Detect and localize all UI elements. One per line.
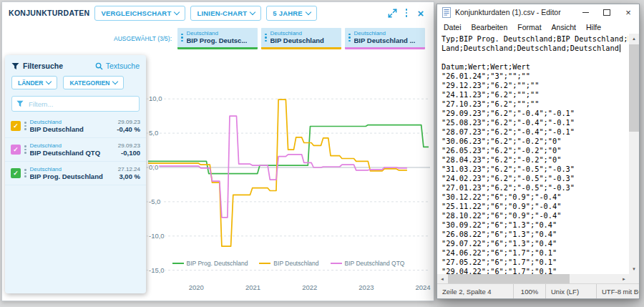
- line-chart: 10,05,00,0-5,0-10,0-15,02020202120222023…: [145, 54, 431, 298]
- notepad-window: Konjunkturdaten (1).csv - Editor × Datei…: [436, 4, 640, 299]
- editor-line: "27.05.22";"6";"1.7";"0.1": [441, 258, 628, 267]
- item-country-label: Deutschland: [30, 119, 114, 126]
- chart-style-dropdown[interactable]: LINIEN-CHART: [190, 6, 261, 21]
- item-country-label: Deutschland: [30, 166, 114, 173]
- series-chip-bip-deutschland[interactable]: Deutschland BIP Deutschland: [261, 28, 341, 49]
- chip-series-name: BIP Prog. Deutsc...: [187, 37, 248, 45]
- legend-item: BIP Deutschland: [259, 260, 318, 267]
- editor-line: "26.01.24";"3";"";"": [441, 72, 628, 81]
- notepad-statusbar: Zeile 2, Spalte 4 100% Unix (LF) UTF-8 m…: [437, 283, 639, 298]
- editor-line: "28.10.22";"6";"0.9";"-0.4": [441, 211, 628, 220]
- item-series-name: BIP Prog. Deutschland: [30, 172, 114, 180]
- tab-textsuche[interactable]: Textsuche: [95, 62, 140, 70]
- item-drag-handle-icon[interactable]: [24, 145, 26, 154]
- filter-input[interactable]: [27, 99, 135, 109]
- editor-line: "28.04.23";"6.2";"-0.2";"0": [441, 155, 628, 165]
- scrollbar-corner: [629, 274, 639, 284]
- item-country-label: Deutschland: [30, 142, 114, 150]
- chip-drag-handle-icon[interactable]: [265, 34, 267, 42]
- laender-dropdown[interactable]: LÄNDER: [11, 76, 57, 89]
- chart-legend: BIP Prog. Deutschland BIP Deutschland BI…: [145, 260, 431, 267]
- editor-line: "29.04.22";"6";"1.7";"0.1": [441, 267, 628, 274]
- scroll-left-icon[interactable]: ◄: [437, 274, 447, 284]
- funnel-icon: [16, 100, 24, 107]
- close-button[interactable]: ×: [618, 4, 639, 20]
- chip-drag-handle-icon[interactable]: [181, 34, 183, 42]
- menu-bearbeiten[interactable]: Bearbeiten: [467, 23, 513, 31]
- scroll-down-icon[interactable]: ▼: [629, 264, 639, 274]
- filter-panel: Filtersuche Textsuche LÄNDER KATEGORIEN: [5, 55, 146, 293]
- chip-series-name: BIP Deutschland: [270, 37, 324, 45]
- legend-label: BIP Deutschland: [273, 260, 318, 267]
- funnel-icon: [11, 62, 19, 70]
- legend-label: BIP Deutschland QTQ: [345, 260, 405, 267]
- svg-text:-5,0: -5,0: [149, 198, 160, 205]
- chip-country-label: Deutschland: [187, 30, 248, 36]
- kebab-menu-icon[interactable]: [404, 6, 409, 19]
- menu-ansicht[interactable]: Ansicht: [547, 23, 581, 31]
- svg-text:2021: 2021: [245, 283, 260, 291]
- text-caret: [620, 44, 620, 52]
- chip-country-label: Deutschland: [270, 30, 324, 36]
- maximize-button[interactable]: [596, 4, 618, 20]
- series-chip-bip-deutschland-qtq[interactable]: Deutschland BIP Deutschland ...: [345, 28, 425, 49]
- menu-datei[interactable]: Datei: [439, 23, 467, 31]
- menu-hilfe[interactable]: Hilfe: [581, 23, 606, 31]
- editor-line: "30.06.23";"6.2";"-0.2";"0": [441, 137, 628, 146]
- status-line-ending: Unix (LF): [545, 284, 596, 298]
- editor-line: Typ;BIP Prog. Deutschland;BIP Deutschlan…: [441, 34, 628, 44]
- editor-text-area[interactable]: Typ;BIP Prog. Deutschland;BIP Deutschlan…: [438, 34, 628, 274]
- scroll-up-icon[interactable]: ▲: [629, 34, 639, 44]
- chevron-down-icon: [112, 79, 118, 84]
- kategorien-dropdown[interactable]: KATEGORIEN: [63, 76, 124, 89]
- legend-item: BIP Deutschland QTQ: [331, 260, 405, 267]
- item-drag-handle-icon[interactable]: [24, 169, 26, 177]
- window-title: Konjunkturdaten (1).csv - Editor: [455, 8, 561, 16]
- series-list: Deutschland BIP Deutschland 29.09.23 -0,…: [5, 114, 146, 185]
- svg-text:2022: 2022: [302, 283, 317, 291]
- item-drag-handle-icon[interactable]: [24, 122, 26, 130]
- horizontal-scrollbar[interactable]: ◄ ►: [437, 274, 629, 284]
- vertical-scroll-thumb[interactable]: [629, 44, 639, 132]
- editor-line: "29.07.22";"6";"1.3";"0.4": [441, 239, 628, 248]
- minimize-button[interactable]: [575, 4, 596, 20]
- editor-line: "30.12.22";"6";"0.9";"-0.4": [441, 193, 628, 202]
- maximize-icon: [603, 9, 610, 16]
- item-series-name: BIP Deutschland: [30, 125, 114, 133]
- time-range-dropdown[interactable]: 5 JAHRE: [266, 6, 317, 21]
- chip-drag-handle-icon[interactable]: [348, 34, 351, 42]
- scroll-right-icon[interactable]: ►: [619, 274, 629, 284]
- app-title: KONJUNKTURDATEN: [9, 9, 89, 17]
- konjunkturdaten-window: KONJUNKTURDATEN VERGLEICHSCHART LINIEN-C…: [1, 1, 434, 301]
- horizontal-scroll-thumb[interactable]: [448, 274, 570, 284]
- expand-icon[interactable]: [386, 6, 399, 19]
- svg-text:10,0: 10,0: [149, 94, 162, 102]
- notepad-app-icon: [442, 7, 451, 18]
- legend-swatch-green: [172, 263, 184, 264]
- close-icon[interactable]: ×: [414, 6, 427, 19]
- checkbox-checked[interactable]: [11, 121, 21, 131]
- editor-line: "29.09.23";"6.2";"-0.4";"-0.1": [441, 109, 628, 118]
- notepad-menubar: Datei Bearbeiten Format Ansicht Hilfe: [437, 20, 639, 34]
- notepad-titlebar[interactable]: Konjunkturdaten (1).csv - Editor ×: [437, 4, 639, 20]
- svg-text:2020: 2020: [189, 283, 204, 291]
- list-item-bip-deutschland[interactable]: Deutschland BIP Deutschland 29.09.23 -0,…: [5, 114, 146, 138]
- menu-format[interactable]: Format: [512, 23, 546, 31]
- vertical-scrollbar[interactable]: ▲ ▼: [629, 34, 639, 274]
- checkbox-checked[interactable]: [11, 145, 21, 155]
- svg-text:-10,0: -10,0: [149, 232, 165, 240]
- item-value: -0,100: [118, 149, 140, 157]
- list-item-bip-deutschland-qtq[interactable]: Deutschland BIP Deutschland QTQ 29.09.23…: [5, 138, 146, 162]
- item-value: 3,00 %: [118, 172, 140, 180]
- legend-label: BIP Prog. Deutschland: [187, 260, 248, 267]
- legend-swatch-yellow: [259, 263, 270, 264]
- editor-line: "27.01.23";"6.2";"-0.5";"-0.3": [441, 183, 628, 193]
- svg-text:5,0: 5,0: [149, 129, 158, 137]
- series-chip-bip-prog-deutschland[interactable]: Deutschland BIP Prog. Deutsc...: [177, 28, 258, 49]
- legend-item: BIP Prog. Deutschland: [172, 260, 248, 267]
- tab-filtersuche[interactable]: Filtersuche: [23, 62, 63, 70]
- chart-type-dropdown[interactable]: VERGLEICHSCHART: [94, 6, 185, 21]
- list-item-bip-prog-deutschland[interactable]: Deutschland BIP Prog. Deutschland 27.12.…: [5, 162, 146, 185]
- checkbox-checked[interactable]: [11, 168, 21, 178]
- editor-line: "28.07.23";"6.2";"-0.4";"-0.1": [441, 127, 628, 137]
